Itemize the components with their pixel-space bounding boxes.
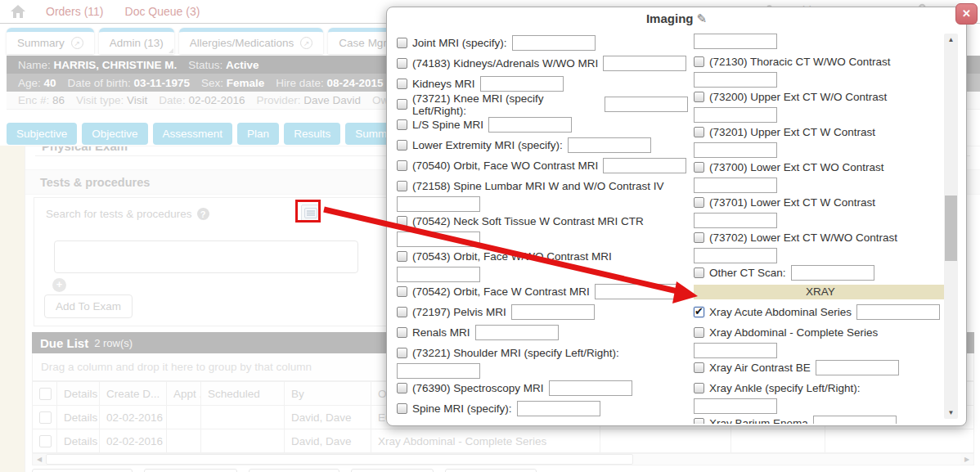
specify-input[interactable] [856,304,940,320]
note-tab-objective[interactable]: Objective [82,123,147,145]
item-checkbox[interactable] [397,286,407,297]
item-checkbox[interactable] [694,232,704,243]
tab-summary[interactable]: Summary↗ [7,28,94,54]
specify-input[interactable] [397,267,480,282]
horizontal-scrollbar[interactable]: ◀ ▶ [32,453,974,465]
close-icon[interactable]: ✕ [955,3,978,25]
specify-input[interactable] [694,107,777,123]
table-row[interactable]: Details02-02-2016David, DaveXray Abdomin… [33,429,974,453]
question-icon[interactable]: ? [197,208,209,220]
item-checkbox[interactable] [397,327,407,338]
item-checkbox[interactable] [694,267,704,278]
item-checkbox[interactable] [694,197,704,208]
specify-input[interactable] [595,284,678,299]
specify-input[interactable] [813,416,897,424]
specify-input[interactable] [397,363,480,379]
footer-button-set-completed[interactable]: Set Completed [32,469,133,472]
due-list-column-header[interactable]: Details [57,382,100,406]
specify-input[interactable] [694,142,777,158]
specify-input[interactable] [603,56,686,71]
tab-admin-13-[interactable]: Admin (13) [99,28,174,54]
specify-input[interactable] [397,232,480,247]
item-checkbox[interactable] [397,79,407,89]
note-tab-assessment[interactable]: Assessment [153,123,233,145]
horizontal-scrollbar-thumb[interactable] [46,454,633,465]
table-cell[interactable] [33,429,57,453]
specify-input[interactable] [694,343,777,358]
item-checkbox[interactable] [694,327,704,338]
table-cell[interactable]: Details [57,429,100,453]
select-all-checkbox[interactable] [39,388,52,400]
due-list-column-header[interactable]: Create D... [100,382,167,406]
due-list-column-header[interactable]: Appt ... [167,382,201,406]
specify-input[interactable] [480,76,564,92]
item-checkbox[interactable] [694,162,704,173]
item-checkbox[interactable] [397,403,407,414]
specify-input[interactable] [605,97,688,112]
item-checkbox[interactable] [694,362,704,373]
specify-input[interactable] [511,304,595,320]
specify-input[interactable] [791,265,874,281]
specify-input[interactable] [694,398,777,414]
item-checkbox[interactable] [694,56,704,67]
pencil-icon[interactable]: ✎ [696,11,707,25]
item-checkbox[interactable] [694,307,704,317]
item-checkbox[interactable] [397,348,407,358]
specify-input[interactable] [475,325,559,340]
specify-input[interactable] [517,401,600,416]
footer-button-add-to-exam[interactable]: Add To Exam [144,469,237,472]
footer-button-create-order[interactable]: Create Order [445,469,537,472]
launch-icon[interactable]: ↗ [300,37,312,49]
item-checkbox[interactable] [397,216,407,227]
nav-link[interactable]: Doc Queue (3) [125,5,200,18]
due-list-column-header[interactable]: By [285,382,371,406]
item-checkbox[interactable] [397,58,407,69]
tab-allergies-medications[interactable]: Allergies/Medications↗ [179,28,324,54]
search-input[interactable] [54,240,358,273]
item-checkbox[interactable] [397,38,407,48]
item-checkbox[interactable] [397,119,407,130]
due-list-column-header[interactable] [33,382,57,406]
specify-input[interactable] [694,248,777,263]
specify-input[interactable] [694,34,777,49]
item-checkbox[interactable] [694,418,704,424]
specify-input[interactable] [512,35,596,51]
specify-input[interactable] [549,380,632,396]
home-icon[interactable] [10,4,26,19]
due-list-column-header[interactable]: Scheduled [201,382,285,406]
modal-scrollbar-thumb[interactable] [945,196,957,261]
specify-input[interactable] [694,178,777,193]
procedure-list-button[interactable] [301,205,321,222]
modal-title-bar[interactable]: Imaging✎ [387,7,966,30]
table-cell[interactable]: Details [57,406,100,429]
modal-scrollbar[interactable]: ▲ ▼ [944,34,958,419]
specify-input[interactable] [488,117,572,133]
item-checkbox[interactable] [397,99,407,110]
scroll-right-icon[interactable]: ▶ [960,454,973,465]
note-tab-plan[interactable]: Plan [237,123,279,145]
note-tab-results[interactable]: Results [284,123,340,145]
item-checkbox[interactable] [397,383,407,393]
item-checkbox[interactable] [694,127,704,137]
scroll-left-icon[interactable]: ◀ [33,454,46,465]
item-checkbox[interactable] [397,140,407,151]
row-checkbox[interactable] [39,435,52,447]
note-tab-subjective[interactable]: Subjective [7,123,77,145]
item-checkbox[interactable] [397,160,407,171]
item-checkbox[interactable] [397,307,407,317]
footer-button-set-printed[interactable]: Set Printed [351,469,434,472]
specify-input[interactable] [397,196,480,212]
scroll-down-icon[interactable]: ▼ [944,407,958,419]
specify-input[interactable] [603,158,686,173]
item-checkbox[interactable] [694,383,704,393]
launch-icon[interactable]: ↗ [71,37,83,49]
nav-link[interactable]: Orders (11) [46,5,104,18]
specify-input[interactable] [694,213,777,228]
item-checkbox[interactable] [694,92,704,102]
item-checkbox[interactable] [397,181,407,191]
item-checkbox[interactable] [397,251,407,262]
horizontal-scrollbar-track[interactable] [633,454,960,465]
footer-button-set-declined[interactable]: Set Declined [249,469,339,472]
add-to-exam-button[interactable]: Add To Exam [44,294,133,318]
specify-input[interactable] [694,72,777,88]
